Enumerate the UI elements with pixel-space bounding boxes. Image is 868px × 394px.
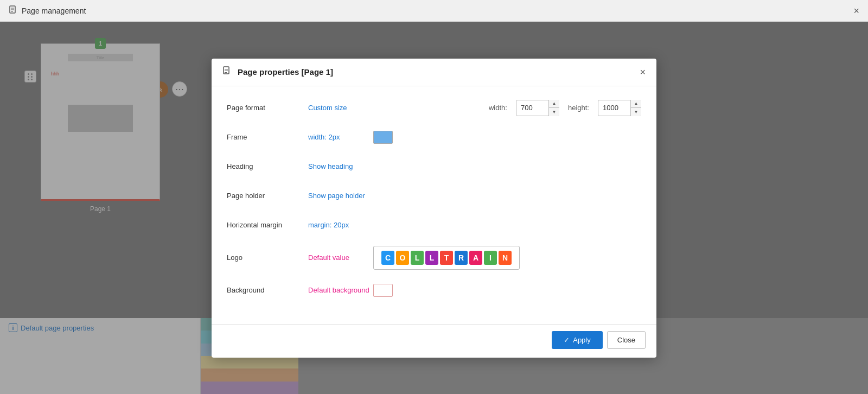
modal-title: Page properties [Page 1] [238, 67, 634, 77]
height-spinner[interactable]: ▲ ▼ [598, 100, 641, 116]
apply-button[interactable]: ✓ Apply [552, 331, 603, 349]
apply-label: Apply [573, 336, 591, 344]
frame-color-swatch[interactable] [373, 131, 393, 144]
background-label: Background [227, 286, 308, 294]
modal-page-icon [222, 66, 232, 78]
width-label: width: [489, 104, 507, 112]
page-format-label: Page format [227, 104, 308, 112]
app-close-button[interactable]: × [853, 6, 859, 16]
heading-value[interactable]: Show heading [308, 162, 373, 170]
modal-footer: ✓ Apply Close [212, 324, 656, 358]
logo-letter-l1: L [411, 251, 424, 265]
top-bar: Page management × [0, 0, 868, 22]
frame-row: Frame width: 2px [227, 129, 641, 146]
horizontal-margin-row: Horizontal margin margin: 20px [227, 217, 641, 234]
modal-dialog: Page properties [Page 1] × Page format C… [212, 59, 656, 358]
modal-header: Page properties [Page 1] × [212, 59, 656, 86]
logo-letter-n: N [499, 251, 512, 265]
frame-controls [373, 131, 641, 144]
size-group: width: ▲ ▼ height: ▲ [489, 100, 641, 116]
frame-label: Frame [227, 133, 308, 141]
svg-rect-4 [224, 67, 229, 74]
page-icon [9, 5, 17, 16]
page-holder-label: Page holder [227, 192, 308, 200]
logo-label: Logo [227, 253, 308, 262]
page-holder-value[interactable]: Show page holder [308, 192, 373, 200]
logo-letter-l2: L [425, 251, 438, 265]
logo-letter-t: T [440, 251, 453, 265]
width-spinner[interactable]: ▲ ▼ [516, 100, 559, 116]
logo-controls: C O L L T R A I N [373, 246, 641, 270]
page-holder-row: Page holder Show page holder [227, 187, 641, 205]
logo-display[interactable]: C O L L T R A I N [373, 246, 520, 270]
background-value[interactable]: Default background [308, 286, 373, 294]
height-down-button[interactable]: ▼ [631, 108, 641, 116]
logo-letter-o: O [396, 251, 409, 265]
horizontal-margin-value[interactable]: margin: 20px [308, 221, 373, 229]
logo-letter-r: R [455, 251, 468, 265]
logo-letters: C O L L T R A I N [381, 251, 512, 265]
heading-row: Heading Show heading [227, 158, 641, 175]
main-area: 1 ✎ ⋯ Title hhh Page 1 [0, 22, 868, 394]
modal-close-button[interactable]: × [640, 67, 646, 77]
horizontal-margin-label: Horizontal margin [227, 221, 308, 229]
logo-row: Logo Default value C O L L T R A [227, 246, 641, 270]
app-title: Page management [22, 7, 86, 15]
logo-letter-i: I [484, 251, 497, 265]
page-format-row: Page format Custom size width: ▲ ▼ heigh… [227, 99, 641, 117]
logo-letter-a: A [469, 251, 482, 265]
apply-check-icon: ✓ [564, 336, 570, 344]
logo-value[interactable]: Default value [308, 253, 373, 262]
heading-label: Heading [227, 162, 308, 170]
background-controls [373, 284, 641, 297]
height-up-button[interactable]: ▲ [631, 100, 641, 109]
height-label: height: [568, 104, 589, 112]
width-down-button[interactable]: ▼ [549, 108, 559, 116]
frame-value[interactable]: width: 2px [308, 133, 373, 141]
background-color-swatch[interactable] [373, 284, 393, 297]
page-format-value[interactable]: Custom size [308, 104, 373, 112]
modal-overlay: Page properties [Page 1] × Page format C… [0, 22, 868, 394]
background-row: Background Default background [227, 282, 641, 299]
width-up-button[interactable]: ▲ [549, 100, 559, 109]
close-button[interactable]: Close [607, 331, 646, 349]
modal-body: Page format Custom size width: ▲ ▼ heigh… [212, 86, 656, 324]
logo-letter-c: C [381, 251, 394, 265]
